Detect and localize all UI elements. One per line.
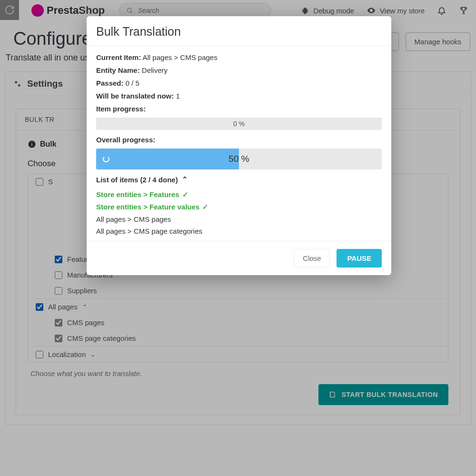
check-icon: ✓ (182, 190, 188, 198)
chevron-up-icon: ⌃ (182, 175, 188, 184)
current-item-label: Current Item: (96, 53, 141, 61)
spinner-icon (103, 156, 109, 162)
list-header[interactable]: List of items (2 / 4 done) ⌃ (96, 175, 382, 184)
item-progress-value: 0 % (233, 120, 245, 128)
check-icon: ✓ (202, 203, 208, 211)
passed-value: 0 / 5 (126, 79, 139, 87)
list-item: All pages > CMS page categories (96, 225, 382, 237)
list-item: Store entities > Feature values✓ (96, 201, 382, 213)
overall-progress-value: 50 % (228, 154, 249, 164)
passed-label: Passed: (96, 79, 124, 87)
overall-progress-bar: 50 % (96, 149, 382, 169)
list-item: Store entities > Features✓ (96, 188, 382, 201)
modal-title: Bulk Translation (96, 25, 382, 39)
pause-button[interactable]: PAUSE (337, 249, 382, 268)
will-value: 1 (176, 92, 179, 100)
item-progress-bar: 0 % (96, 118, 382, 130)
overall-label: Overall progress: (96, 136, 155, 144)
list-item: All pages > CMS pages (96, 213, 382, 225)
will-label: Will be translated now: (96, 92, 174, 100)
entity-value: Delivery (142, 66, 168, 74)
close-button[interactable]: Close (294, 249, 330, 268)
current-item-value: All pages > CMS pages (143, 53, 218, 61)
entity-label: Entity Name: (96, 66, 140, 74)
bulk-translation-modal: Bulk Translation Current Item: All pages… (87, 16, 391, 275)
item-progress-label: Item progress: (96, 105, 146, 113)
list-label: List of items (2 / 4 done) (96, 176, 178, 184)
